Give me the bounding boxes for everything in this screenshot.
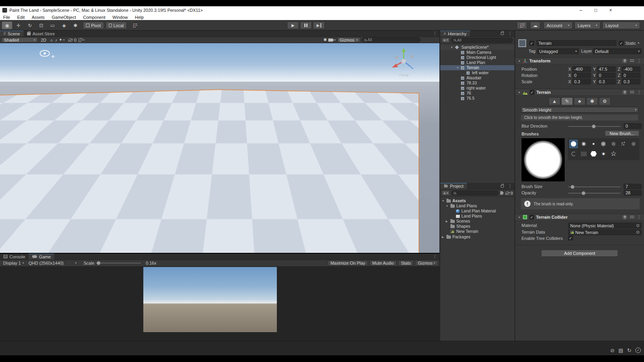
component-enabled-checkbox[interactable]: ✓ <box>530 90 534 95</box>
orientation-gizmo[interactable] <box>388 46 419 74</box>
tab-project[interactable]: Project <box>440 183 467 189</box>
progress-stack-icon[interactable]: ▤ <box>618 347 623 353</box>
tab-hierarchy[interactable]: ≡ Hierarchy <box>440 31 470 37</box>
display-dropdown[interactable]: Display 1 ▾ <box>2 261 26 265</box>
transform-tool-button[interactable]: ◈ <box>59 22 69 29</box>
scale-y-field[interactable]: 0.3 <box>597 79 616 84</box>
hierarchy-menu-icon[interactable]: ⋮ <box>505 31 514 37</box>
scene-search[interactable] <box>362 37 421 42</box>
menu-component[interactable]: Component <box>83 15 105 20</box>
status-ok-icon[interactable]: ✓ <box>635 347 641 353</box>
project-visibility-toggle[interactable]: 9 <box>505 191 513 196</box>
tab-asset-store[interactable]: Asset Store <box>24 31 59 37</box>
stats-toggle[interactable]: Stats <box>398 260 413 266</box>
hierarchy-item[interactable]: Land Plan <box>440 60 514 65</box>
brush-thumb-selected[interactable] <box>569 140 578 148</box>
foldout-open-icon[interactable]: ▼ <box>446 203 448 208</box>
terrain-settings-button[interactable]: ⚙ <box>599 97 611 105</box>
project-item[interactable]: ▶ Scenes <box>440 219 514 224</box>
lock-icon[interactable] <box>501 185 504 188</box>
opacity-knob[interactable] <box>582 191 585 195</box>
maximize-button[interactable]: □ <box>588 6 603 14</box>
brush-thumb[interactable]: ☆ <box>609 150 618 158</box>
foldout-open-icon[interactable]: ▼ <box>518 60 521 62</box>
shading-mode-dropdown[interactable]: Shaded ▾ <box>2 37 38 42</box>
object-name-field[interactable]: Terrain <box>536 40 617 46</box>
project-item[interactable]: Shapes <box>440 224 514 229</box>
position-x-field[interactable]: -400 <box>572 66 591 72</box>
project-search[interactable] <box>451 190 499 196</box>
close-button[interactable]: × <box>603 6 618 14</box>
add-component-button[interactable]: Add Component <box>541 250 618 257</box>
pivot-toggle-button[interactable]: Pivot <box>83 22 104 29</box>
layer-dropdown[interactable]: Default ▾ <box>593 48 642 54</box>
active-checkbox[interactable]: ✓ <box>529 41 534 46</box>
notifications-muted-icon[interactable]: ⊘ <box>610 347 615 353</box>
lock-icon[interactable] <box>501 32 504 35</box>
project-search-input[interactable] <box>457 191 496 195</box>
brush-thumb[interactable] <box>580 150 588 158</box>
hierarchy-item[interactable]: left water <box>440 70 514 75</box>
asset-labels-icon[interactable] <box>500 191 504 195</box>
blur-direction-slider[interactable] <box>568 126 620 127</box>
game-panel-menu-icon[interactable]: ⋮ <box>430 254 439 260</box>
terrain-data-object-field[interactable]: New Terrain ⊙ <box>568 229 642 235</box>
kebab-icon[interactable]: ⋮ <box>637 59 641 64</box>
paint-details-button[interactable]: ✽ <box>586 97 598 105</box>
scale-slider-knob[interactable] <box>97 261 101 265</box>
scale-slider[interactable] <box>96 263 141 263</box>
project-item[interactable]: Land Plans <box>440 214 514 219</box>
maximize-on-play-toggle[interactable]: Maximize On Play <box>327 260 368 266</box>
opacity-field[interactable]: 28 <box>624 190 642 196</box>
brush-thumb[interactable] <box>629 140 638 148</box>
tab-scene[interactable]: # Scene <box>0 31 24 37</box>
help-icon[interactable]: ? <box>622 90 627 95</box>
component-enabled-checkbox[interactable]: ✓ <box>529 215 534 219</box>
project-item-assets[interactable]: ▼ Assets <box>440 198 514 203</box>
scene-lighting-toggle[interactable]: ☼ <box>49 38 53 42</box>
paint-trees-button[interactable]: ♣ <box>574 97 585 105</box>
brush-thumb[interactable] <box>609 140 618 148</box>
brush-thumb[interactable]: ✶ <box>599 150 607 158</box>
menu-assets[interactable]: Assets <box>32 15 45 20</box>
project-add-button[interactable]: + ▾ <box>442 190 450 196</box>
game-view[interactable] <box>0 267 439 341</box>
presets-icon[interactable] <box>630 91 634 94</box>
brush-thumb[interactable] <box>589 140 598 148</box>
material-object-field[interactable]: None (Physic Material) ⊙ <box>568 223 642 229</box>
brush-thumb[interactable] <box>580 140 588 148</box>
foldout-closed-icon[interactable]: ▶ <box>446 219 448 224</box>
rect-tool-button[interactable]: ▭ <box>48 22 58 29</box>
scale-z-field[interactable]: 0.3 <box>622 79 640 84</box>
rotation-z-field[interactable]: 0 <box>622 73 640 78</box>
scene-fx-dropdown[interactable]: ✦ ▾ <box>59 37 65 42</box>
project-item[interactable]: Land Plan Material <box>440 208 514 214</box>
project-item-packages[interactable]: ▶ Packages <box>440 234 514 240</box>
kebab-icon[interactable]: ⋮ <box>637 215 641 220</box>
menu-window[interactable]: Window <box>112 15 128 20</box>
terrain-collider-header[interactable]: ▼ ✓ Terrain Collider ? ⋮ <box>515 214 644 221</box>
play-button[interactable]: ▶ <box>287 22 299 29</box>
grid-snapping-button[interactable] <box>130 22 140 29</box>
game-gizmos-dropdown[interactable]: Gizmos ▾ <box>415 260 438 266</box>
hierarchy-add-button[interactable]: + ▾ <box>442 38 450 43</box>
new-brush-button[interactable]: New Brush... <box>605 130 639 136</box>
scene-search-input[interactable] <box>368 38 418 42</box>
help-icon[interactable]: ? <box>622 215 627 219</box>
foldout-open-icon[interactable]: ▼ <box>518 216 521 219</box>
perspective-label[interactable]: Persp <box>399 73 409 77</box>
scene-camera-dropdown[interactable]: ▾ <box>328 38 336 42</box>
project-menu-icon[interactable]: ⋮ <box>505 183 514 189</box>
2d-toggle[interactable]: 2D <box>39 38 48 42</box>
scene-audio-toggle[interactable]: ♪ <box>55 38 57 42</box>
static-checkbox[interactable]: ✓ <box>619 41 624 46</box>
mute-audio-toggle[interactable]: Mute Audio <box>370 260 397 266</box>
gizmos-dropdown[interactable]: Gizmos ▾ <box>337 37 360 42</box>
foldout-closed-icon[interactable]: ▶ <box>442 234 444 240</box>
kebab-icon[interactable]: ⋮ <box>637 90 641 95</box>
tree-colliders-checkbox[interactable]: ✓ <box>568 236 573 240</box>
hierarchy-item-scene[interactable]: ▼ SampleScene* <box>440 45 514 50</box>
hierarchy-item[interactable]: 76.5 <box>440 96 514 101</box>
cloud-button[interactable]: ☁ <box>530 22 540 29</box>
local-toggle-button[interactable]: Local <box>106 22 127 29</box>
